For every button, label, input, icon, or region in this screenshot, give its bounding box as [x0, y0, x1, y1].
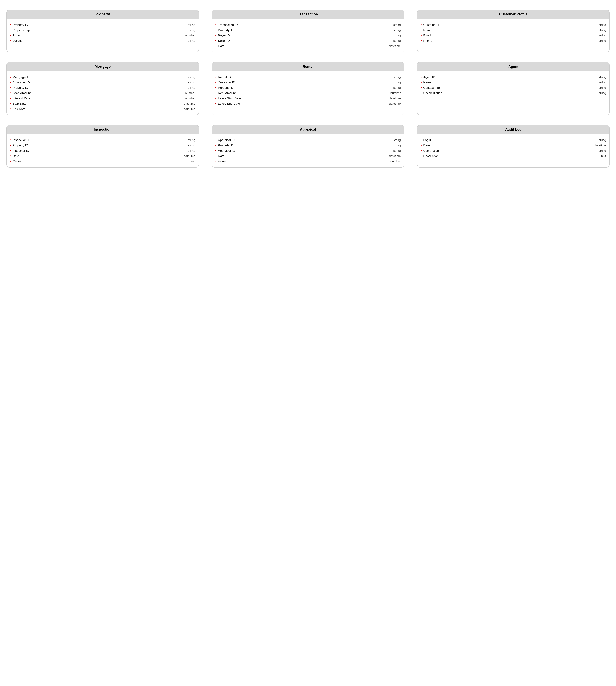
- field-row: •Log IDstring: [421, 138, 606, 142]
- bullet-icon: •: [421, 75, 422, 79]
- bullet-icon: •: [10, 39, 11, 43]
- card-customer-profile: Customer Profile•Customer IDstring•Names…: [417, 9, 610, 52]
- field-row: •Emailstring: [421, 34, 606, 37]
- field-name: Location: [13, 39, 185, 43]
- field-row: •Appraiser IDstring: [215, 149, 401, 152]
- field-name: Property ID: [218, 28, 390, 32]
- bullet-icon: •: [215, 138, 216, 142]
- field-type: string: [393, 138, 401, 142]
- field-type: datetime: [389, 154, 401, 158]
- bullet-icon: •: [10, 102, 11, 105]
- field-type: number: [185, 97, 195, 100]
- bullet-icon: •: [421, 91, 422, 95]
- field-type: string: [599, 149, 606, 152]
- field-row: •Property Typestring: [10, 28, 195, 32]
- field-name: Property Type: [13, 28, 185, 32]
- field-name: Description: [423, 154, 598, 158]
- field-type: string: [188, 138, 195, 142]
- bullet-icon: •: [421, 23, 422, 27]
- field-name: Lease Start Date: [218, 97, 386, 100]
- field-row: •Locationstring: [10, 39, 195, 43]
- field-row: •Datedatetime: [215, 44, 401, 48]
- field-name: Buyer ID: [218, 34, 390, 37]
- bullet-icon: •: [421, 81, 422, 84]
- field-row: •Agent IDstring: [421, 75, 606, 79]
- field-name: Phone: [423, 39, 595, 43]
- field-name: Customer ID: [218, 81, 390, 84]
- field-row: •Specializationstring: [421, 91, 606, 95]
- field-type: string: [599, 86, 606, 90]
- bullet-icon: •: [215, 144, 216, 147]
- field-row: •Buyer IDstring: [215, 34, 401, 37]
- card-audit-log: Audit Log•Log IDstring•Datedatetime•User…: [417, 125, 610, 168]
- card-appraisal: Appraisal•Appraisal IDstring•Property ID…: [212, 125, 404, 168]
- bullet-icon: •: [215, 97, 216, 100]
- field-row: •Lease End Datedatetime: [215, 102, 401, 105]
- field-type: string: [393, 86, 401, 90]
- field-name: Appraiser ID: [218, 149, 390, 152]
- field-type: string: [599, 23, 606, 27]
- bullet-icon: •: [10, 159, 11, 163]
- card-header-transaction: Transaction: [212, 10, 404, 19]
- field-row: •Interest Ratenumber: [10, 97, 195, 100]
- bullet-icon: •: [215, 91, 216, 95]
- field-name: Inspection ID: [13, 138, 185, 142]
- field-type: string: [188, 23, 195, 27]
- field-name: Appraisal ID: [218, 138, 390, 142]
- field-row: •Rent Amountnumber: [215, 91, 401, 95]
- field-row: •Namestring: [421, 81, 606, 84]
- field-type: string: [393, 34, 401, 37]
- field-type: string: [393, 28, 401, 32]
- field-type: datetime: [389, 102, 401, 105]
- field-name: Property ID: [13, 23, 185, 27]
- bullet-icon: •: [10, 97, 11, 100]
- card-body-inspection: •Inspection IDstring•Property IDstring•I…: [7, 134, 199, 167]
- card-body-appraisal: •Appraisal IDstring•Property IDstring•Ap…: [212, 134, 404, 167]
- field-row: •User Actionstring: [421, 149, 606, 152]
- bullet-icon: •: [215, 159, 216, 163]
- field-row: •Inspection IDstring: [10, 138, 195, 142]
- field-name: Date: [423, 144, 591, 147]
- field-type: string: [393, 76, 401, 79]
- field-name: Loan Amount: [13, 91, 182, 95]
- field-type: string: [188, 39, 195, 43]
- field-name: Interest Rate: [13, 97, 182, 100]
- bullet-icon: •: [215, 75, 216, 79]
- field-row: •Datedatetime: [215, 154, 401, 158]
- field-row: •Customer IDstring: [421, 23, 606, 27]
- bullet-icon: •: [215, 154, 216, 158]
- field-type: datetime: [389, 97, 401, 100]
- field-name: Inspector ID: [13, 149, 185, 152]
- field-type: datetime: [389, 44, 401, 48]
- card-body-mortgage: •Mortgage IDstring•Customer IDstring•Pro…: [7, 71, 199, 115]
- field-row: •Transaction IDstring: [215, 23, 401, 27]
- field-name: Date: [13, 154, 180, 158]
- card-rental: Rental•Rental IDstring•Customer IDstring…: [212, 62, 404, 115]
- bullet-icon: •: [421, 34, 422, 37]
- bullet-icon: •: [215, 81, 216, 84]
- card-property: Property•Property IDstring•Property Type…: [6, 9, 199, 52]
- field-type: string: [599, 81, 606, 84]
- field-row: •Inspector IDstring: [10, 149, 195, 152]
- field-type: text: [601, 154, 606, 158]
- bullet-icon: •: [215, 23, 216, 27]
- field-name: Property ID: [218, 86, 390, 90]
- bullet-icon: •: [215, 86, 216, 90]
- card-header-rental: Rental: [212, 62, 404, 71]
- field-type: number: [185, 34, 195, 37]
- field-type: string: [393, 81, 401, 84]
- field-type: datetime: [184, 154, 195, 158]
- bullet-icon: •: [215, 28, 216, 32]
- bullet-icon: •: [10, 23, 11, 27]
- card-header-audit-log: Audit Log: [417, 125, 609, 134]
- field-name: User Action: [423, 149, 595, 152]
- field-row: •Valuenumber: [215, 159, 401, 163]
- bullet-icon: •: [10, 107, 11, 111]
- field-row: •Datedatetime: [10, 154, 195, 158]
- schema-diagram: Property•Property IDstring•Property Type…: [6, 9, 610, 168]
- field-row: •Rental IDstring: [215, 75, 401, 79]
- field-name: Seller ID: [218, 39, 390, 43]
- field-row: •Reporttext: [10, 159, 195, 163]
- card-header-appraisal: Appraisal: [212, 125, 404, 134]
- field-type: string: [393, 144, 401, 147]
